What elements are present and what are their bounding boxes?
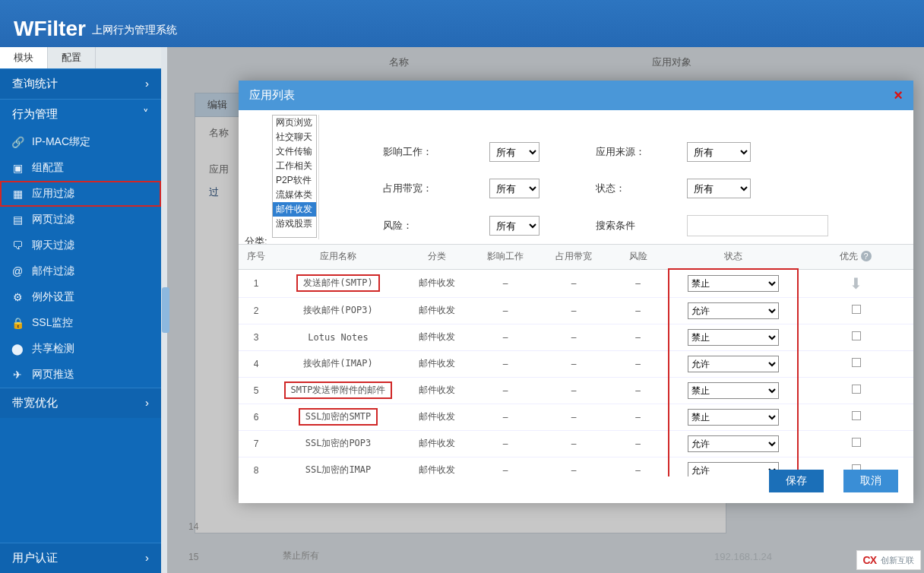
cell-no: 7 bbox=[239, 430, 274, 457]
filter-status-label: 状态： bbox=[596, 182, 687, 195]
cell-impact: – bbox=[471, 457, 540, 476]
sidebar-drag-handle[interactable] bbox=[161, 47, 170, 573]
state-select[interactable]: 禁止 bbox=[688, 382, 779, 399]
sidebar-item-5[interactable]: @邮件过滤 bbox=[0, 258, 161, 284]
filter-source-label: 应用来源： bbox=[596, 145, 687, 159]
cell-cat: 邮件收发 bbox=[403, 297, 471, 324]
sidebar-item-4[interactable]: 🗨聊天过滤 bbox=[0, 233, 161, 258]
download-icon[interactable]: ⬇ bbox=[850, 275, 862, 292]
cell-state: 禁止 bbox=[669, 269, 798, 297]
state-select[interactable]: 禁止 bbox=[688, 275, 779, 292]
cell-no: 5 bbox=[239, 377, 274, 404]
col-cat: 分类 bbox=[403, 245, 471, 269]
cell-state: 禁止 bbox=[669, 377, 798, 404]
category-listbox[interactable]: 网页浏览社交聊天文件传输工作相关P2P软件流媒体类邮件收发游戏股票 bbox=[272, 115, 317, 238]
priority-checkbox[interactable] bbox=[852, 438, 861, 447]
sidebar-item-label: 邮件过滤 bbox=[32, 264, 74, 278]
filter-status-select[interactable]: 所有 bbox=[687, 179, 751, 198]
filter-impact-select[interactable]: 所有 bbox=[489, 142, 540, 162]
cell-impact: – bbox=[471, 430, 540, 457]
cell-name: SMTP发送带附件的邮件 bbox=[274, 377, 403, 404]
nav-group-auth[interactable]: 用户认证 › bbox=[0, 543, 161, 573]
cell-impact: – bbox=[471, 377, 540, 404]
sidebar-item-1[interactable]: ▣组配置 bbox=[0, 155, 161, 181]
filter-source-select[interactable]: 所有 bbox=[687, 142, 751, 162]
help-icon[interactable]: ? bbox=[861, 251, 872, 261]
link-icon: 🔗 bbox=[11, 136, 24, 148]
table-row: 4接收邮件(IMAP)邮件收发–––允许 bbox=[239, 350, 913, 377]
cell-state: 允许 bbox=[669, 297, 798, 324]
table-row: 2接收邮件(POP3)邮件收发–––允许 bbox=[239, 297, 913, 324]
lock-icon: 🔒 bbox=[11, 317, 24, 329]
category-option[interactable]: 游戏股票 bbox=[273, 217, 316, 231]
nav-group-label: 行为管理 bbox=[12, 107, 58, 122]
save-button[interactable]: 保存 bbox=[769, 470, 824, 492]
sidebar-item-label: 共享检测 bbox=[32, 342, 74, 356]
sidebar-item-7[interactable]: 🔒SSL监控 bbox=[0, 310, 161, 336]
priority-checkbox[interactable] bbox=[852, 411, 861, 420]
sidebar-item-6[interactable]: ⚙例外设置 bbox=[0, 284, 161, 310]
col-no: 序号 bbox=[239, 245, 274, 269]
nav-group-query[interactable]: 查询统计 › bbox=[0, 68, 161, 99]
modal-titlebar: 应用列表 × bbox=[239, 81, 913, 110]
state-select[interactable]: 允许 bbox=[688, 356, 779, 372]
cell-cat: 邮件收发 bbox=[403, 430, 471, 457]
file-icon: ▤ bbox=[11, 214, 24, 226]
sidebar-item-3[interactable]: ▤网页过滤 bbox=[0, 207, 161, 233]
nav-group-label: 查询统计 bbox=[12, 77, 58, 91]
category-option[interactable]: 网页浏览 bbox=[273, 116, 316, 130]
filter-risk-label: 风险： bbox=[383, 219, 489, 233]
cell-impact: – bbox=[471, 350, 540, 377]
watermark-logo: CX bbox=[863, 554, 876, 566]
category-option[interactable]: 社交聊天 bbox=[273, 130, 316, 144]
state-select[interactable]: 允许 bbox=[688, 435, 779, 452]
priority-checkbox[interactable] bbox=[852, 385, 861, 394]
sidebar-item-0[interactable]: 🔗IP-MAC绑定 bbox=[0, 129, 161, 155]
filter-bw-label: 占用带宽： bbox=[383, 182, 489, 195]
table-row: 1发送邮件(SMTP)邮件收发–––禁止⬇ bbox=[239, 269, 913, 297]
chevron-down-icon: ˅ bbox=[143, 107, 149, 122]
priority-checkbox[interactable] bbox=[852, 331, 861, 340]
filter-risk-select[interactable]: 所有 bbox=[489, 216, 540, 236]
sidebar-item-9[interactable]: ✈网页推送 bbox=[0, 362, 161, 388]
sidebar-tab-config[interactable]: 配置 bbox=[48, 47, 96, 68]
sidebar-item-8[interactable]: ⬤共享检测 bbox=[0, 336, 161, 362]
col-state: 状态 bbox=[669, 245, 798, 269]
cell-impact: – bbox=[471, 297, 540, 324]
cell-name: 发送邮件(SMTP) bbox=[274, 269, 403, 297]
priority-checkbox[interactable] bbox=[852, 305, 861, 314]
sidebar-item-2[interactable]: ▦应用过滤 bbox=[0, 181, 161, 207]
cell-risk: – bbox=[608, 404, 669, 430]
nav-group-behavior[interactable]: 行为管理 ˅ bbox=[0, 99, 161, 129]
state-select[interactable]: 禁止 bbox=[688, 329, 779, 346]
cell-cat: 邮件收发 bbox=[403, 457, 471, 476]
sidebar-tab-modules[interactable]: 模块 bbox=[0, 47, 48, 68]
col-bw: 占用带宽 bbox=[540, 245, 608, 269]
cell-risk: – bbox=[608, 350, 669, 377]
category-option[interactable]: P2P软件 bbox=[273, 173, 316, 188]
category-option[interactable]: 邮件收发 bbox=[273, 202, 316, 217]
filter-bw-select[interactable]: 所有 bbox=[489, 179, 540, 198]
cell-risk: – bbox=[608, 269, 669, 297]
category-option[interactable]: 工作相关 bbox=[273, 159, 316, 173]
col-name: 应用名称 bbox=[274, 245, 403, 269]
nav-list: 🔗IP-MAC绑定▣组配置▦应用过滤▤网页过滤🗨聊天过滤@邮件过滤⚙例外设置🔒S… bbox=[0, 129, 161, 388]
cancel-button[interactable]: 取消 bbox=[843, 470, 898, 492]
table-row: 7SSL加密的POP3邮件收发–––允许 bbox=[239, 430, 913, 457]
category-option[interactable]: 文件传输 bbox=[273, 144, 316, 159]
filter-search-input[interactable] bbox=[687, 215, 828, 236]
close-icon[interactable]: × bbox=[894, 87, 903, 104]
nav-group-bandwidth[interactable]: 带宽优化 › bbox=[0, 388, 161, 418]
sidebar-item-label: 网页推送 bbox=[32, 368, 74, 381]
state-select[interactable]: 允许 bbox=[688, 462, 779, 477]
cell-prio bbox=[798, 350, 913, 377]
cell-state: 禁止 bbox=[669, 404, 798, 430]
filter-impact-label: 影响工作： bbox=[383, 145, 489, 159]
cell-impact: – bbox=[471, 404, 540, 430]
state-select[interactable]: 允许 bbox=[688, 302, 779, 319]
state-select[interactable]: 禁止 bbox=[688, 409, 779, 426]
sidebar-item-label: 聊天过滤 bbox=[32, 239, 74, 252]
sidebar-item-label: IP-MAC绑定 bbox=[32, 135, 90, 149]
category-option[interactable]: 流媒体类 bbox=[273, 188, 316, 202]
priority-checkbox[interactable] bbox=[852, 358, 861, 367]
